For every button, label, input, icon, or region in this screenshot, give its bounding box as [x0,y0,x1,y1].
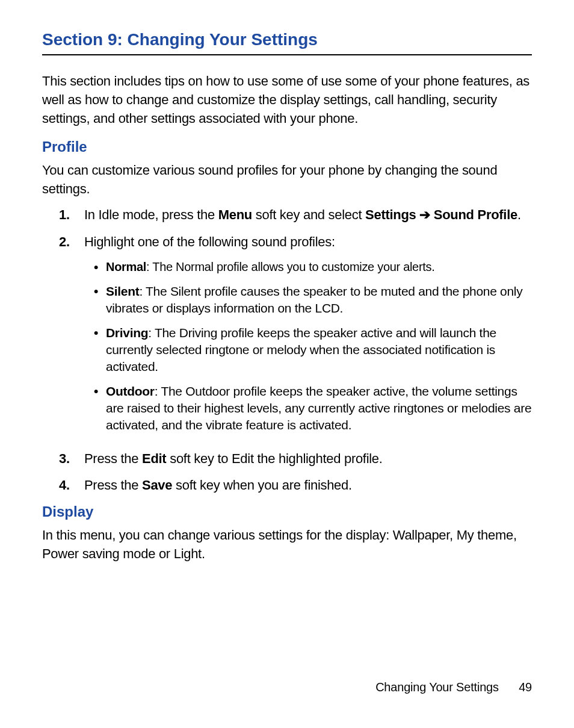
bullet-desc: : The Normal profile allows you to custo… [146,260,434,273]
text-fragment: Press the [84,478,142,493]
bullet-label: Outdoor [106,384,155,398]
bullet-normal: • Normal: The Normal profile allows you … [94,259,532,276]
step-4: 4. Press the Save soft key when you are … [59,476,532,495]
profile-heading: Profile [42,138,532,155]
step-number: 1. [59,206,84,225]
bullet-label: Normal [106,260,146,273]
step-content: In Idle mode, press the Menu soft key an… [84,206,532,225]
arrow-icon: ➔ [416,207,434,222]
bullet-silent: • Silent: The Silent profile causes the … [94,283,532,317]
bullet-driving: • Driving: The Driving profile keeps the… [94,325,532,376]
text-fragment: soft key and select [252,207,365,222]
bullet-content: Driving: The Driving profile keeps the s… [106,325,532,376]
keyword-settings: Settings [365,207,416,222]
bullet-label: Driving [106,326,148,340]
bullet-outdoor: • Outdoor: The Outdoor profile keeps the… [94,383,532,434]
bullet-icon: • [94,283,106,317]
step-number: 3. [59,450,84,468]
text-fragment: soft key to Edit the highlighted profile… [166,451,382,466]
text-fragment: . [517,207,521,222]
bullet-desc: : The Driving profile keeps the speaker … [106,326,496,374]
footer-title: Changing Your Settings [375,680,499,694]
page-footer: Changing Your Settings 49 [375,680,532,694]
bullet-content: Outdoor: The Outdoor profile keeps the s… [106,383,532,434]
display-intro: In this menu, you can change various set… [42,526,532,564]
keyword-save: Save [142,478,172,493]
step-content: Highlight one of the following sound pro… [84,233,532,441]
bullet-icon: • [94,259,106,276]
keyword-menu: Menu [218,207,252,222]
step-content: Press the Edit soft key to Edit the high… [84,450,532,468]
step-3: 3. Press the Edit soft key to Edit the h… [59,450,532,468]
section-intro: This section includes tips on how to use… [42,72,532,128]
step-content: Press the Save soft key when you are fin… [84,476,532,495]
bullet-content: Silent: The Silent profile causes the sp… [106,283,532,317]
text-fragment: soft key when you are finished. [172,478,352,493]
bullet-icon: • [94,383,106,434]
profile-bullets: • Normal: The Normal profile allows you … [84,259,532,434]
step-2: 2. Highlight one of the following sound … [59,233,532,441]
bullet-icon: • [94,325,106,376]
step-text: Highlight one of the following sound pro… [84,234,335,249]
text-fragment: In Idle mode, press the [84,207,218,222]
bullet-desc: : The Outdoor profile keeps the speaker … [106,384,531,432]
text-fragment: Press the [84,451,142,466]
step-number: 4. [59,476,84,495]
bullet-content: Normal: The Normal profile allows you to… [106,259,532,276]
bullet-label: Silent [106,284,139,298]
step-1: 1. In Idle mode, press the Menu soft key… [59,206,532,225]
bullet-desc: : The Silent profile causes the speaker … [106,284,522,315]
profile-steps: 1. In Idle mode, press the Menu soft key… [42,206,532,495]
page-number: 49 [519,680,532,694]
step-number: 2. [59,233,84,441]
display-heading: Display [42,503,532,520]
section-title: Section 9: Changing Your Settings [42,30,532,55]
keyword-sound-profile: Sound Profile [434,207,517,222]
keyword-edit: Edit [142,451,166,466]
profile-intro: You can customize various sound profiles… [42,161,532,199]
